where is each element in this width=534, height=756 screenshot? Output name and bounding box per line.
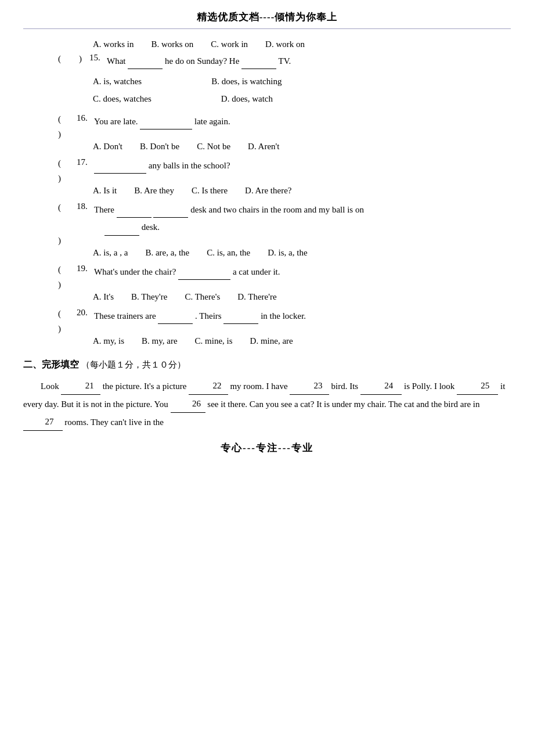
q15-row: ( ) 15. What he do on Sunday? He TV. [58, 53, 511, 69]
q14-opt-a: A. works in [93, 39, 134, 49]
q17-paren-right-row: ) [58, 174, 511, 183]
q20-opt-c: C. mine, is [195, 336, 233, 346]
q18-opt-d: D. is, a, the [268, 248, 307, 258]
q19-options: A. It's B. They're C. There's D. There'r… [93, 292, 511, 302]
q19-row: ( 19. What's under the chair? a cat unde… [58, 264, 511, 280]
q18-opt-a: A. is, a , a [93, 248, 128, 258]
q20-paren: ( 20. These trainers are . Theirs in the… [58, 308, 511, 334]
q15-opt-b: B. does, is watching [211, 73, 282, 90]
q20-paren-left: ( [58, 308, 68, 319]
q20-blank2 [223, 308, 258, 324]
q20-stem: These trainers are . Theirs in the locke… [94, 308, 306, 324]
q19-number: 19. [77, 264, 94, 273]
q15-paren-right: ) [79, 53, 89, 64]
q16-block: ( 16. You are late. late again. ) A. Don… [23, 113, 511, 152]
q16-opt-d: D. Aren't [248, 142, 279, 152]
passage-blank27: 27 [23, 413, 63, 431]
q15-opts-row1: A. is, watches B. does, is watching [93, 73, 511, 90]
q18-block: ( 18. There desk and two chairs in the r… [23, 201, 511, 258]
q18-opt-c: C. is, an, the [207, 248, 250, 258]
q16-stem: You are late. late again. [94, 113, 230, 129]
q14-opt-c: C. work in [211, 39, 248, 49]
passage-blank21: 21 [61, 377, 100, 395]
q17-opt-b: B. Are they [134, 186, 174, 196]
q18-blank3 [104, 218, 139, 236]
q17-number: 17. [77, 157, 94, 167]
q15-opts-row2: C. does, watches D. does, watch [93, 90, 511, 107]
header-divider [23, 28, 511, 29]
q20-number: 20. [77, 308, 94, 318]
q18-paren-right-row: ) [58, 236, 511, 246]
q15-paren: ( ) 15. What he do on Sunday? He TV. [58, 53, 511, 69]
q16-paren: ( 16. You are late. late again. ) [58, 113, 511, 139]
q16-paren-left: ( [58, 113, 68, 124]
q14-opt-b: B. works on [151, 39, 193, 49]
passage-blank25: 25 [457, 377, 498, 395]
q20-opt-a: A. my, is [93, 336, 124, 346]
q15-blank1 [128, 53, 163, 69]
header-title: 精选优质文档----倾情为你奉上 [23, 0, 511, 28]
q18-stem: There desk and two chairs in the room an… [94, 201, 364, 218]
q19-paren: ( 19. What's under the chair? a cat unde… [58, 264, 511, 290]
q16-opt-c: C. Not be [197, 142, 230, 152]
passage-blank22: 22 [189, 377, 228, 395]
footer-text: 专心---专注---专业 [23, 441, 511, 455]
q18-second-line: desk. [104, 218, 511, 236]
q19-block: ( 19. What's under the chair? a cat unde… [23, 264, 511, 302]
q18-paren-left: ( [58, 201, 68, 213]
q20-opt-b: B. my, are [142, 336, 178, 346]
q20-paren-right: ) [58, 324, 61, 333]
q17-blank [94, 157, 146, 174]
q15-paren-left: ( [58, 53, 68, 64]
passage-block: Look 21 the picture. It's a picture 22 m… [23, 377, 511, 431]
section2-title: 二、完形填空 （每小题１分，共１０分） [23, 359, 511, 371]
q15-opt-c: C. does, watches [93, 90, 151, 107]
q17-paren-left: ( [58, 157, 68, 168]
q19-paren-right-row: ) [58, 280, 511, 290]
q17-stem: any balls in the school? [94, 157, 230, 174]
q20-opt-d: D. mine, are [250, 336, 293, 346]
q20-blank1 [158, 308, 193, 324]
q19-opt-d: D. There're [237, 292, 276, 302]
q20-options: A. my, is B. my, are C. mine, is D. mine… [93, 336, 511, 346]
q18-row: ( 18. There desk and two chairs in the r… [58, 201, 511, 218]
q17-options: A. Is it B. Are they C. Is there D. Are … [93, 186, 511, 196]
q18-blank2 [153, 201, 188, 218]
q15-paren-space [68, 53, 79, 63]
q18-paren: ( 18. There desk and two chairs in the r… [58, 201, 511, 246]
q19-opt-a: A. It's [93, 292, 114, 302]
q17-paren-right: ) [58, 174, 61, 183]
q17-row: ( 17. any balls in the school? [58, 157, 511, 174]
q17-opt-a: A. Is it [93, 186, 117, 196]
q19-paren-right: ) [58, 280, 61, 289]
q18-opt-b: B. are, a, the [145, 248, 189, 258]
q16-paren-right-row: ) [58, 129, 511, 139]
q15-number: 15. [89, 53, 107, 63]
q15-options: A. is, watches B. does, is watching C. d… [93, 73, 511, 107]
passage-blank26: 26 [171, 395, 205, 413]
q15-stem: What he do on Sunday? He TV. [107, 53, 291, 69]
q19-opt-b: B. They're [131, 292, 167, 302]
q16-options: A. Don't B. Don't be C. Not be D. Aren't [93, 142, 511, 152]
passage-blank23: 23 [290, 377, 329, 395]
q19-stem: What's under the chair? a cat under it. [94, 264, 280, 280]
q18-number: 18. [77, 201, 94, 211]
q17-opt-d: D. Are there? [245, 186, 291, 196]
q16-opt-a: A. Don't [93, 142, 122, 152]
q16-row: ( 16. You are late. late again. [58, 113, 511, 129]
q17-opt-c: C. Is there [192, 186, 228, 196]
q16-opt-b: B. Don't be [140, 142, 179, 152]
q18-options: A. is, a , a B. are, a, the C. is, an, t… [93, 248, 511, 258]
q16-number: 16. [77, 113, 94, 123]
q15-blank2 [241, 53, 276, 69]
q17-block: ( 17. any balls in the school? ) A. Is i… [23, 157, 511, 196]
q19-blank [178, 264, 230, 280]
q19-opt-c: C. There's [185, 292, 220, 302]
q20-paren-right-row: ) [58, 324, 511, 334]
q16-blank [140, 113, 192, 129]
q18-paren-right: ) [58, 236, 61, 245]
q15-opt-a: A. is, watches [93, 73, 142, 90]
q14-options: A. works in B. works on C. work in D. wo… [93, 39, 511, 49]
q20-row: ( 20. These trainers are . Theirs in the… [58, 308, 511, 324]
passage-blank24: 24 [360, 377, 402, 395]
